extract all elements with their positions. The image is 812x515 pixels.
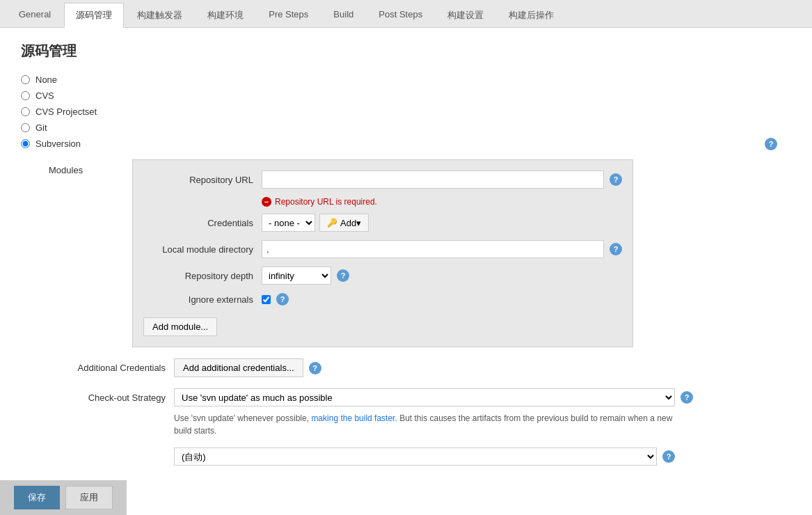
add-credentials-button[interactable]: 🔑 Add▾ [319,214,369,232]
scm-cvs-projectset-label[interactable]: CVS Projectset [35,106,97,117]
checkout-strategy-help-icon[interactable]: ? [680,391,693,404]
scm-git-radio[interactable] [21,123,30,132]
tab-presteps[interactable]: Pre Steps [257,3,320,27]
scm-cvs-projectset-radio[interactable] [21,107,30,116]
credentials-label: Credentials [143,218,262,228]
repo-depth-select[interactable]: infinity empty files immediates unknown [262,267,331,285]
auto-select[interactable]: (自动) [174,447,657,466]
ignore-externals-label: Ignore externals [143,294,262,305]
main-content: 源码管理 None CVS CVS Projectset Git Subvers… [0,28,812,515]
scm-cvs: CVS [21,90,791,101]
credentials-controls: - none - 🔑 Add▾ [262,214,369,232]
local-module-label: Local module directory [143,244,262,255]
ignore-externals-help-icon[interactable]: ? [276,293,289,306]
auto-help-icon[interactable]: ? [662,450,675,463]
repo-depth-label: Repository depth [143,271,262,281]
key-icon: 🔑 [327,218,337,228]
tab-settings[interactable]: 构建设置 [436,3,495,27]
checkout-description: Use 'svn update' whenever possible, maki… [174,412,675,437]
add-additional-credentials-button[interactable]: Add additional credentials... [174,358,303,377]
additional-credentials-help-icon[interactable]: ? [309,362,321,374]
tab-poststeps[interactable]: Post Steps [367,3,434,27]
scm-git-label[interactable]: Git [35,122,47,133]
additional-credentials-label: Additional Credentials [49,363,174,373]
scm-cvs-label[interactable]: CVS [35,90,54,101]
scm-git: Git [21,122,791,133]
tab-build[interactable]: Build [321,3,365,27]
repo-url-help-icon[interactable]: ? [610,173,622,186]
scm-cvs-radio[interactable] [21,91,30,100]
modules-box: Repository URL ? − Repository URL is req… [132,159,633,347]
error-message: − Repository URL is required. [262,197,622,207]
modules-area: Modules Repository URL ? − Repository UR… [49,159,791,347]
checkout-strategy-section: Check-out Strategy Use 'svn update' as m… [49,388,791,406]
tab-postbuild[interactable]: 构建后操作 [497,3,566,27]
scm-none: None [21,74,791,85]
tab-env[interactable]: 构建环境 [196,3,255,27]
scm-subversion-radio[interactable] [21,139,30,148]
subversion-help-icon[interactable]: ? [765,138,777,150]
scm-none-radio[interactable] [21,75,30,84]
repo-url-input[interactable] [262,171,604,189]
credentials-row: Credentials - none - 🔑 Add▾ [143,214,622,232]
auto-row: (自动) ? [174,447,675,466]
repo-url-row: Repository URL ? [143,171,622,189]
page-title: 源码管理 [21,42,791,61]
add-btn-label: Add▾ [340,218,361,228]
apply-button[interactable]: 应用 [65,486,113,509]
repo-depth-row: Repository depth infinity empty files im… [143,267,622,285]
save-button[interactable]: 保存 [14,486,60,509]
scm-none-label[interactable]: None [35,74,57,85]
checkout-desc-link[interactable]: making the build faster. [311,413,397,423]
local-module-help-icon[interactable]: ? [610,243,622,255]
additional-credentials-section: Additional Credentials Add additional cr… [49,358,791,377]
tab-source[interactable]: 源码管理 [64,3,124,28]
error-text: Repository URL is required. [275,197,377,207]
tab-general[interactable]: General [7,3,63,27]
checkout-strategy-select[interactable]: Use 'svn update' as much as possible Alw… [174,388,675,406]
scm-cvs-projectset: CVS Projectset [21,106,791,117]
section-content: Modules Repository URL ? − Repository UR… [35,159,791,466]
ignore-externals-row: Ignore externals ? [143,293,622,306]
tab-bar: General 源码管理 构建触发器 构建环境 Pre Steps Build … [0,0,812,28]
checkout-desc-plain: Use 'svn update' whenever possible, [174,413,309,423]
local-module-input[interactable] [262,240,604,258]
add-module-button[interactable]: Add module... [143,317,217,336]
credentials-select[interactable]: - none - [262,214,315,232]
repo-depth-help-icon[interactable]: ? [337,269,349,282]
ignore-externals-checkbox[interactable] [262,295,271,304]
error-icon: − [262,197,271,207]
repo-url-label: Repository URL [143,175,262,185]
scm-subversion-label[interactable]: Subversion [35,138,81,149]
bottom-buttons: 保存 应用 [0,480,127,515]
checkout-strategy-label: Check-out Strategy [49,393,174,403]
scm-subversion: Subversion ? [21,138,791,149]
local-module-row: Local module directory ? [143,240,622,258]
modules-label: Modules [49,159,132,347]
tab-triggers[interactable]: 构建触发器 [125,3,194,27]
